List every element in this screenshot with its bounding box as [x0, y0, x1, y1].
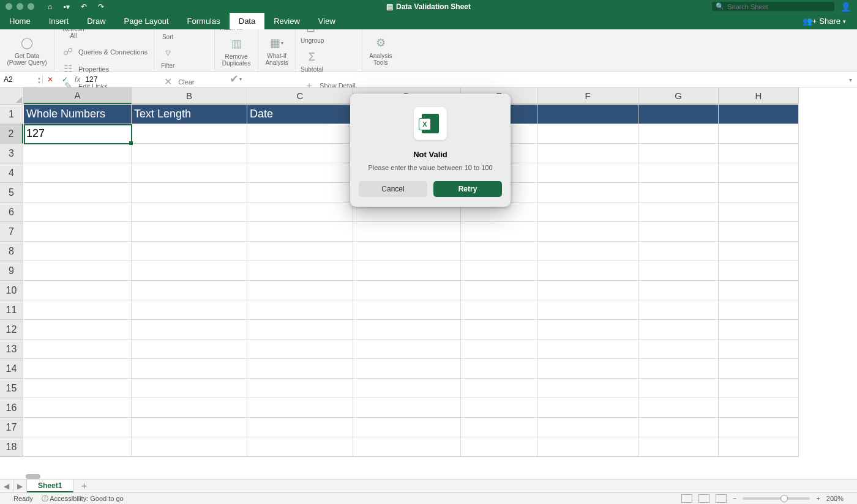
row-header-10[interactable]: 10 — [0, 281, 23, 300]
search-input[interactable] — [727, 3, 831, 10]
row-header-1[interactable]: 1 — [0, 105, 23, 124]
cell-H17[interactable] — [719, 418, 799, 437]
cell-E13[interactable] — [461, 339, 537, 359]
cell-F9[interactable] — [537, 261, 638, 281]
column-header-B[interactable]: B — [132, 87, 247, 104]
cell-B9[interactable] — [132, 261, 247, 281]
cell-H14[interactable] — [719, 359, 799, 379]
cell-F14[interactable] — [537, 359, 638, 379]
cell-A9[interactable] — [24, 261, 132, 281]
column-header-C[interactable]: C — [247, 87, 353, 104]
cell-H7[interactable] — [719, 222, 799, 242]
cell-B4[interactable] — [132, 163, 247, 183]
what-if-button[interactable]: ▦What-if Analysis — [263, 35, 290, 66]
formula-expand-button[interactable]: ▾ — [844, 76, 857, 83]
cell-E17[interactable] — [461, 418, 537, 437]
cell-E14[interactable] — [461, 359, 537, 379]
column-header-G[interactable]: G — [638, 87, 719, 104]
cell-H8[interactable] — [719, 242, 799, 261]
menu-tab-data[interactable]: Data — [230, 13, 264, 29]
cell-C17[interactable] — [247, 418, 353, 437]
cell-H15[interactable] — [719, 379, 799, 398]
remove-duplicates-button[interactable]: ▥Remove Duplicates — [220, 36, 253, 67]
row-header-15[interactable]: 15 — [0, 379, 23, 398]
cell-A13[interactable] — [24, 339, 132, 359]
cell-A17[interactable] — [24, 418, 132, 437]
cell-H3[interactable] — [719, 144, 799, 163]
row-header-16[interactable]: 16 — [0, 398, 23, 418]
cell-B3[interactable] — [132, 144, 247, 163]
cell-G6[interactable] — [638, 202, 719, 222]
cell-G16[interactable] — [638, 398, 719, 418]
cell-F7[interactable] — [537, 222, 638, 242]
cell-A18[interactable] — [24, 437, 132, 457]
menu-tab-home[interactable]: Home — [0, 13, 40, 29]
cell-D16[interactable] — [353, 398, 461, 418]
cell-B2[interactable] — [132, 124, 247, 144]
cell-C2[interactable] — [247, 124, 353, 144]
cell-G17[interactable] — [638, 418, 719, 437]
cell-A3[interactable] — [24, 144, 132, 163]
cell-D11[interactable] — [353, 300, 461, 320]
cell-C11[interactable] — [247, 300, 353, 320]
name-box-stepper[interactable]: ▲▼ — [37, 76, 41, 85]
cell-F10[interactable] — [537, 281, 638, 300]
formula-accept-button[interactable]: ✓ — [58, 75, 72, 84]
column-header-A[interactable]: A — [24, 87, 132, 104]
cell-F3[interactable] — [537, 144, 638, 163]
page-break-view-button[interactable] — [716, 494, 727, 503]
cell-C15[interactable] — [247, 379, 353, 398]
undo-icon[interactable]: ↶ — [81, 2, 87, 11]
cell-E16[interactable] — [461, 398, 537, 418]
cell-D8[interactable] — [353, 242, 461, 261]
menu-tab-formulas[interactable]: Formulas — [178, 13, 230, 29]
row-header-6[interactable]: 6 — [0, 202, 23, 222]
cell-G14[interactable] — [638, 359, 719, 379]
row-header-11[interactable]: 11 — [0, 300, 23, 320]
cell-D7[interactable] — [353, 222, 461, 242]
cell-G12[interactable] — [638, 320, 719, 339]
cell-F13[interactable] — [537, 339, 638, 359]
cell-H6[interactable] — [719, 202, 799, 222]
cell-B15[interactable] — [132, 379, 247, 398]
cell-A16[interactable] — [24, 398, 132, 418]
cell-G10[interactable] — [638, 281, 719, 300]
cell-B16[interactable] — [132, 398, 247, 418]
cell-F2[interactable] — [537, 124, 638, 144]
cell-D13[interactable] — [353, 339, 461, 359]
page-layout-view-button[interactable] — [698, 494, 709, 503]
dialog-retry-button[interactable]: Retry — [433, 181, 502, 197]
cell-F12[interactable] — [537, 320, 638, 339]
cell-B5[interactable] — [132, 183, 247, 202]
cell-H12[interactable] — [719, 320, 799, 339]
cell-E15[interactable] — [461, 379, 537, 398]
cell-C14[interactable] — [247, 359, 353, 379]
select-all-button[interactable] — [0, 87, 24, 105]
filter-button[interactable]: ▿ Filter — [159, 45, 176, 69]
cell-A7[interactable] — [24, 222, 132, 242]
cell-E9[interactable] — [461, 261, 537, 281]
cell-D17[interactable] — [353, 418, 461, 437]
cell-D14[interactable] — [353, 359, 461, 379]
cell-F8[interactable] — [537, 242, 638, 261]
cell-G9[interactable] — [638, 261, 719, 281]
cell-H5[interactable] — [719, 183, 799, 202]
cell-F5[interactable] — [537, 183, 638, 202]
save-icon[interactable]: ▪▾ — [63, 2, 69, 11]
cell-C5[interactable] — [247, 183, 353, 202]
cell-B14[interactable] — [132, 359, 247, 379]
cell-D9[interactable] — [353, 261, 461, 281]
cell-A2[interactable]: 127 — [24, 124, 132, 144]
cell-B11[interactable] — [132, 300, 247, 320]
cell-G13[interactable] — [638, 339, 719, 359]
cell-C12[interactable] — [247, 320, 353, 339]
cell-G7[interactable] — [638, 222, 719, 242]
menu-tab-view[interactable]: View — [309, 13, 345, 29]
cell-E10[interactable] — [461, 281, 537, 300]
window-minimize-button[interactable] — [17, 3, 23, 10]
home-icon[interactable]: ⌂ — [48, 2, 52, 11]
cell-F17[interactable] — [537, 418, 638, 437]
queries-connections-button[interactable]: ☍Queries & Connections — [59, 44, 149, 60]
cell-H1[interactable] — [719, 105, 799, 124]
cell-H18[interactable] — [719, 437, 799, 457]
